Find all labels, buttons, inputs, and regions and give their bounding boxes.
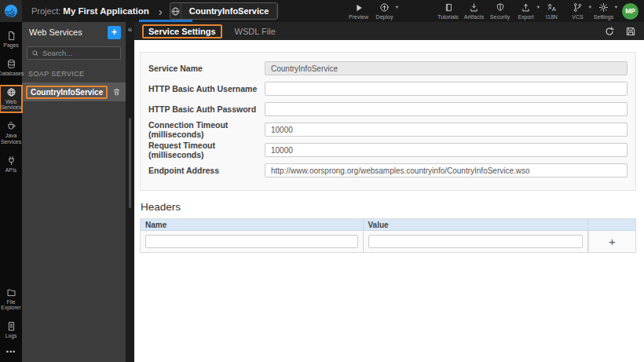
globe-icon bbox=[6, 87, 16, 97]
tab-service-settings[interactable]: Service Settings bbox=[142, 24, 222, 38]
service-list-item[interactable]: CountryInfoService bbox=[22, 82, 126, 101]
sidebar-label: Web Services bbox=[0, 99, 22, 112]
refresh-button[interactable] bbox=[604, 26, 615, 37]
topbar-right-cluster: Artifacts Security Export ▾ A I18N VCS ▾… bbox=[461, 0, 644, 22]
user-avatar[interactable]: MP bbox=[622, 3, 639, 20]
grid-switcher-icon[interactable] bbox=[276, 3, 278, 19]
download-icon bbox=[469, 2, 479, 13]
headers-table: Name Value + bbox=[140, 218, 636, 253]
sidebar-label: Java Services bbox=[0, 133, 22, 145]
sidebar-label: APIs bbox=[5, 167, 16, 174]
column-header-name: Name bbox=[141, 219, 364, 230]
tabbar-actions bbox=[604, 26, 636, 37]
app-logo[interactable] bbox=[0, 0, 22, 22]
book-icon bbox=[444, 2, 453, 13]
add-service-button[interactable]: + bbox=[108, 26, 121, 39]
connection-timeout-input[interactable] bbox=[265, 122, 628, 137]
form-row: Connection Timeout (milliseconds) bbox=[148, 122, 628, 137]
sidebar-item-file-explorer[interactable]: File Explorer bbox=[0, 286, 22, 313]
column-header-actions bbox=[588, 219, 635, 230]
export-button[interactable]: Export ▾ bbox=[513, 0, 539, 22]
deploy-icon bbox=[379, 2, 390, 13]
field-label: HTTP Basic Auth Password bbox=[148, 104, 265, 114]
form-row: Request Timeout (milliseconds) bbox=[148, 142, 628, 158]
form-row: Endpoint Address bbox=[148, 163, 628, 178]
headers-table-header: Name Value bbox=[141, 219, 635, 231]
service-name[interactable]: CountryInfoService bbox=[26, 86, 108, 99]
panel-title: Web Services bbox=[29, 27, 82, 37]
vcs-button[interactable]: VCS ▾ bbox=[565, 0, 591, 22]
field-label: Request Timeout (milliseconds) bbox=[148, 141, 265, 159]
caret-down-icon: ▾ bbox=[615, 4, 617, 10]
sidebar-item-pages[interactable]: Pages bbox=[0, 29, 22, 50]
preview-button[interactable]: Preview bbox=[346, 0, 371, 22]
headers-section-title: Headers bbox=[141, 201, 644, 213]
search-icon bbox=[31, 49, 39, 57]
open-service-tab[interactable]: CountryInfoService bbox=[170, 2, 278, 20]
shield-icon bbox=[496, 2, 505, 13]
endpoint-address-input[interactable] bbox=[265, 163, 628, 177]
i18n-label: I18N bbox=[546, 14, 558, 20]
chevron-right-icon: › bbox=[159, 5, 163, 17]
column-header-value: Value bbox=[364, 219, 589, 230]
sidebar-label: Logs bbox=[5, 333, 17, 339]
sidebar-item-apis[interactable]: APIs bbox=[0, 154, 22, 175]
sidebar-item-web-services[interactable]: Web Services bbox=[0, 86, 22, 113]
form-row: HTTP Basic Auth Username bbox=[148, 81, 628, 97]
service-settings-content: Service Name HTTP Basic Auth Username HT… bbox=[134, 40, 644, 362]
field-label: Service Name bbox=[148, 64, 265, 73]
artifacts-button[interactable]: Artifacts bbox=[461, 0, 487, 22]
header-value-input[interactable] bbox=[368, 235, 584, 248]
i18n-button[interactable]: A I18N bbox=[539, 0, 565, 22]
service-settings-form: Service Name HTTP Basic Auth Username HT… bbox=[140, 52, 636, 191]
http-basic-auth-password-input[interactable] bbox=[265, 102, 628, 116]
database-icon bbox=[6, 59, 16, 69]
service-tabbar: Service Settings WSDL File bbox=[134, 22, 644, 40]
deploy-button[interactable]: Deploy ▾ bbox=[371, 0, 397, 22]
project-breadcrumb: Project:My First Application bbox=[31, 6, 149, 16]
tutorials-label: Tutorials bbox=[437, 14, 459, 20]
preview-label: Preview bbox=[349, 14, 368, 20]
service-name-input bbox=[265, 61, 628, 75]
artifacts-label: Artifacts bbox=[464, 14, 484, 20]
sidebar-label: File Explorer bbox=[0, 299, 22, 312]
save-button[interactable] bbox=[625, 26, 636, 37]
sidebar-item-logs[interactable]: Logs bbox=[0, 320, 22, 341]
search-input[interactable] bbox=[42, 49, 116, 57]
active-tab-indicator bbox=[139, 20, 192, 22]
add-header-row-button[interactable]: + bbox=[594, 236, 631, 247]
git-branch-icon bbox=[573, 2, 583, 13]
form-row: Service Name bbox=[148, 60, 628, 76]
collapse-panel-button[interactable]: « bbox=[126, 26, 134, 34]
left-nav-sidebar: Pages Databases Web Services Java Servic… bbox=[0, 22, 22, 362]
security-button[interactable]: Security bbox=[487, 0, 513, 22]
project-label: Project: bbox=[31, 6, 60, 16]
page-icon bbox=[6, 31, 16, 41]
request-timeout-input[interactable] bbox=[265, 143, 628, 157]
sidebar-item-databases[interactable]: Databases bbox=[0, 57, 22, 79]
vcs-label: VCS bbox=[572, 14, 583, 20]
sidebar-item-java-services[interactable]: Java Services bbox=[0, 119, 22, 147]
plug-icon bbox=[6, 155, 16, 166]
http-basic-auth-username-input[interactable] bbox=[265, 82, 628, 96]
sidebar-label: Databases bbox=[0, 71, 24, 77]
export-label: Export bbox=[518, 14, 533, 20]
scrollbar-thumb[interactable] bbox=[129, 118, 131, 208]
trash-icon[interactable] bbox=[112, 87, 121, 97]
field-label: Connection Timeout (milliseconds) bbox=[148, 120, 265, 139]
deploy-label: Deploy bbox=[376, 14, 393, 20]
tab-wsdl-file[interactable]: WSDL File bbox=[235, 27, 276, 36]
settings-label: Settings bbox=[594, 14, 613, 20]
sidebar-more-button[interactable]: ••• bbox=[6, 348, 16, 356]
security-label: Security bbox=[490, 14, 510, 20]
svg-text:A: A bbox=[552, 5, 556, 13]
coffee-icon bbox=[6, 121, 16, 131]
settings-button[interactable]: Settings ▾ bbox=[591, 0, 617, 22]
panel-header: Web Services + bbox=[22, 22, 126, 42]
tutorials-button[interactable]: Tutorials bbox=[435, 0, 461, 22]
upload-icon bbox=[521, 2, 531, 13]
log-icon bbox=[6, 321, 16, 331]
service-search-box bbox=[27, 46, 121, 60]
panel-collapse-strip: « bbox=[126, 22, 134, 362]
header-name-input[interactable] bbox=[145, 235, 358, 248]
